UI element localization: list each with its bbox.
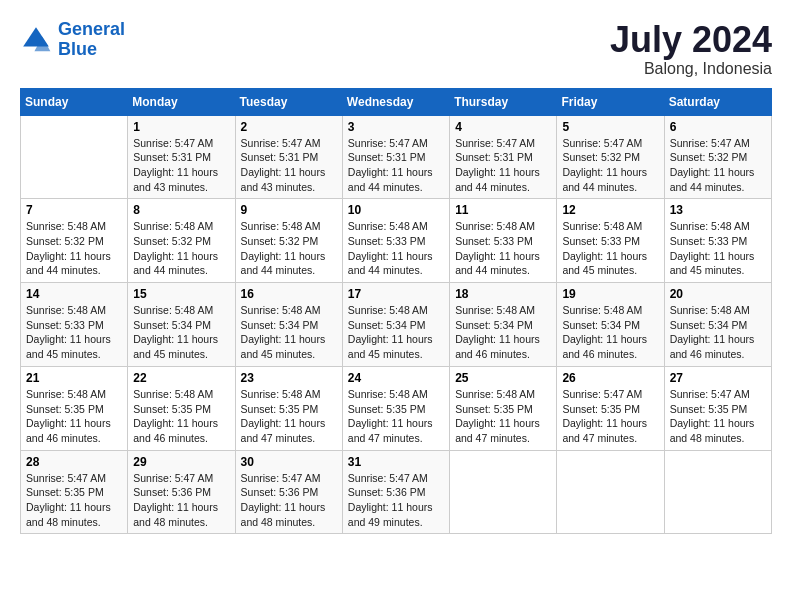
day-info: Sunrise: 5:48 AMSunset: 5:35 PMDaylight:… [26, 387, 122, 446]
day-number: 9 [241, 203, 337, 217]
calendar-cell: 16Sunrise: 5:48 AMSunset: 5:34 PMDayligh… [235, 283, 342, 367]
day-number: 25 [455, 371, 551, 385]
day-number: 20 [670, 287, 766, 301]
day-number: 12 [562, 203, 658, 217]
day-number: 19 [562, 287, 658, 301]
day-info: Sunrise: 5:47 AMSunset: 5:32 PMDaylight:… [670, 136, 766, 195]
day-number: 10 [348, 203, 444, 217]
day-info: Sunrise: 5:48 AMSunset: 5:34 PMDaylight:… [348, 303, 444, 362]
calendar-cell [664, 450, 771, 534]
day-info: Sunrise: 5:48 AMSunset: 5:35 PMDaylight:… [241, 387, 337, 446]
day-number: 15 [133, 287, 229, 301]
day-number: 13 [670, 203, 766, 217]
day-number: 31 [348, 455, 444, 469]
calendar-cell: 4Sunrise: 5:47 AMSunset: 5:31 PMDaylight… [450, 115, 557, 199]
day-info: Sunrise: 5:47 AMSunset: 5:36 PMDaylight:… [348, 471, 444, 530]
title-block: July 2024 Balong, Indonesia [610, 20, 772, 78]
calendar-cell: 13Sunrise: 5:48 AMSunset: 5:33 PMDayligh… [664, 199, 771, 283]
day-info: Sunrise: 5:48 AMSunset: 5:34 PMDaylight:… [241, 303, 337, 362]
day-info: Sunrise: 5:48 AMSunset: 5:33 PMDaylight:… [455, 219, 551, 278]
calendar-cell: 1Sunrise: 5:47 AMSunset: 5:31 PMDaylight… [128, 115, 235, 199]
week-row-2: 7Sunrise: 5:48 AMSunset: 5:32 PMDaylight… [21, 199, 772, 283]
week-row-3: 14Sunrise: 5:48 AMSunset: 5:33 PMDayligh… [21, 283, 772, 367]
day-info: Sunrise: 5:47 AMSunset: 5:35 PMDaylight:… [26, 471, 122, 530]
day-number: 8 [133, 203, 229, 217]
day-info: Sunrise: 5:48 AMSunset: 5:33 PMDaylight:… [670, 219, 766, 278]
week-row-4: 21Sunrise: 5:48 AMSunset: 5:35 PMDayligh… [21, 366, 772, 450]
day-number: 28 [26, 455, 122, 469]
day-number: 6 [670, 120, 766, 134]
column-header-friday: Friday [557, 88, 664, 115]
column-header-wednesday: Wednesday [342, 88, 449, 115]
column-header-monday: Monday [128, 88, 235, 115]
calendar-cell: 15Sunrise: 5:48 AMSunset: 5:34 PMDayligh… [128, 283, 235, 367]
column-header-saturday: Saturday [664, 88, 771, 115]
day-info: Sunrise: 5:47 AMSunset: 5:32 PMDaylight:… [562, 136, 658, 195]
day-number: 4 [455, 120, 551, 134]
calendar-table: SundayMondayTuesdayWednesdayThursdayFrid… [20, 88, 772, 535]
logo-icon [20, 24, 52, 56]
day-info: Sunrise: 5:47 AMSunset: 5:31 PMDaylight:… [241, 136, 337, 195]
calendar-cell: 14Sunrise: 5:48 AMSunset: 5:33 PMDayligh… [21, 283, 128, 367]
calendar-cell: 3Sunrise: 5:47 AMSunset: 5:31 PMDaylight… [342, 115, 449, 199]
day-number: 29 [133, 455, 229, 469]
day-info: Sunrise: 5:47 AMSunset: 5:35 PMDaylight:… [562, 387, 658, 446]
day-number: 23 [241, 371, 337, 385]
day-info: Sunrise: 5:48 AMSunset: 5:34 PMDaylight:… [562, 303, 658, 362]
calendar-cell: 5Sunrise: 5:47 AMSunset: 5:32 PMDaylight… [557, 115, 664, 199]
day-info: Sunrise: 5:48 AMSunset: 5:32 PMDaylight:… [133, 219, 229, 278]
calendar-cell: 7Sunrise: 5:48 AMSunset: 5:32 PMDaylight… [21, 199, 128, 283]
calendar-cell: 10Sunrise: 5:48 AMSunset: 5:33 PMDayligh… [342, 199, 449, 283]
calendar-cell: 2Sunrise: 5:47 AMSunset: 5:31 PMDaylight… [235, 115, 342, 199]
day-number: 3 [348, 120, 444, 134]
day-info: Sunrise: 5:48 AMSunset: 5:33 PMDaylight:… [562, 219, 658, 278]
calendar-cell [21, 115, 128, 199]
calendar-cell [450, 450, 557, 534]
day-number: 7 [26, 203, 122, 217]
page-header: General Blue July 2024 Balong, Indonesia [20, 20, 772, 78]
day-info: Sunrise: 5:47 AMSunset: 5:36 PMDaylight:… [133, 471, 229, 530]
week-row-1: 1Sunrise: 5:47 AMSunset: 5:31 PMDaylight… [21, 115, 772, 199]
day-info: Sunrise: 5:47 AMSunset: 5:35 PMDaylight:… [670, 387, 766, 446]
calendar-cell: 9Sunrise: 5:48 AMSunset: 5:32 PMDaylight… [235, 199, 342, 283]
location: Balong, Indonesia [610, 60, 772, 78]
calendar-cell: 26Sunrise: 5:47 AMSunset: 5:35 PMDayligh… [557, 366, 664, 450]
logo: General Blue [20, 20, 125, 60]
calendar-cell: 12Sunrise: 5:48 AMSunset: 5:33 PMDayligh… [557, 199, 664, 283]
day-number: 1 [133, 120, 229, 134]
day-number: 30 [241, 455, 337, 469]
day-number: 18 [455, 287, 551, 301]
day-info: Sunrise: 5:47 AMSunset: 5:31 PMDaylight:… [455, 136, 551, 195]
calendar-cell: 30Sunrise: 5:47 AMSunset: 5:36 PMDayligh… [235, 450, 342, 534]
day-info: Sunrise: 5:48 AMSunset: 5:33 PMDaylight:… [26, 303, 122, 362]
day-number: 5 [562, 120, 658, 134]
column-header-thursday: Thursday [450, 88, 557, 115]
calendar-cell: 22Sunrise: 5:48 AMSunset: 5:35 PMDayligh… [128, 366, 235, 450]
day-number: 21 [26, 371, 122, 385]
day-info: Sunrise: 5:48 AMSunset: 5:33 PMDaylight:… [348, 219, 444, 278]
day-info: Sunrise: 5:48 AMSunset: 5:34 PMDaylight:… [133, 303, 229, 362]
calendar-cell: 19Sunrise: 5:48 AMSunset: 5:34 PMDayligh… [557, 283, 664, 367]
calendar-cell: 24Sunrise: 5:48 AMSunset: 5:35 PMDayligh… [342, 366, 449, 450]
calendar-cell: 8Sunrise: 5:48 AMSunset: 5:32 PMDaylight… [128, 199, 235, 283]
day-info: Sunrise: 5:48 AMSunset: 5:35 PMDaylight:… [133, 387, 229, 446]
day-number: 14 [26, 287, 122, 301]
day-number: 16 [241, 287, 337, 301]
day-info: Sunrise: 5:48 AMSunset: 5:34 PMDaylight:… [670, 303, 766, 362]
calendar-cell: 21Sunrise: 5:48 AMSunset: 5:35 PMDayligh… [21, 366, 128, 450]
day-info: Sunrise: 5:48 AMSunset: 5:35 PMDaylight:… [348, 387, 444, 446]
day-info: Sunrise: 5:47 AMSunset: 5:31 PMDaylight:… [348, 136, 444, 195]
day-number: 24 [348, 371, 444, 385]
calendar-cell: 6Sunrise: 5:47 AMSunset: 5:32 PMDaylight… [664, 115, 771, 199]
calendar-cell: 27Sunrise: 5:47 AMSunset: 5:35 PMDayligh… [664, 366, 771, 450]
week-row-5: 28Sunrise: 5:47 AMSunset: 5:35 PMDayligh… [21, 450, 772, 534]
day-info: Sunrise: 5:48 AMSunset: 5:32 PMDaylight:… [26, 219, 122, 278]
calendar-cell: 17Sunrise: 5:48 AMSunset: 5:34 PMDayligh… [342, 283, 449, 367]
calendar-cell [557, 450, 664, 534]
day-info: Sunrise: 5:47 AMSunset: 5:31 PMDaylight:… [133, 136, 229, 195]
calendar-cell: 11Sunrise: 5:48 AMSunset: 5:33 PMDayligh… [450, 199, 557, 283]
column-header-sunday: Sunday [21, 88, 128, 115]
day-number: 22 [133, 371, 229, 385]
day-number: 17 [348, 287, 444, 301]
calendar-cell: 28Sunrise: 5:47 AMSunset: 5:35 PMDayligh… [21, 450, 128, 534]
